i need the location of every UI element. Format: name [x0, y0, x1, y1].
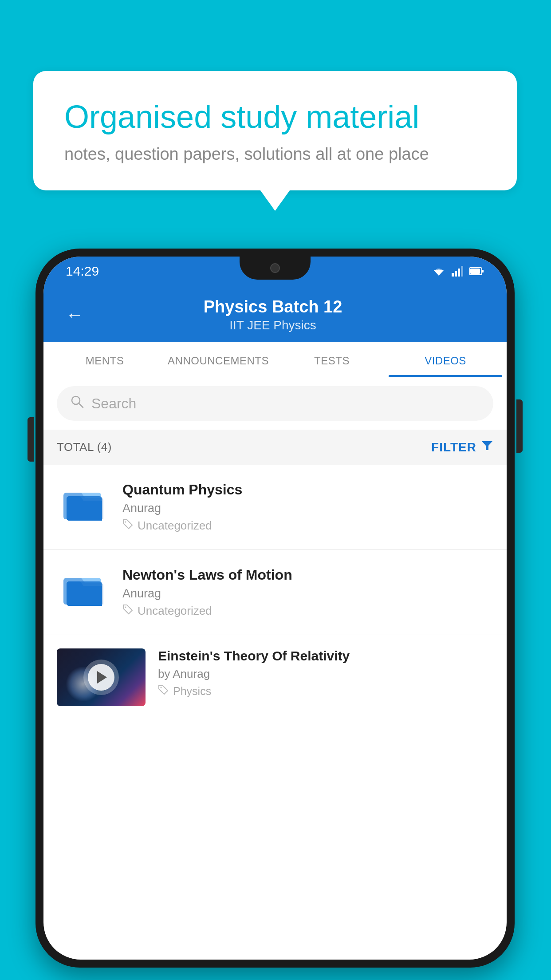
svg-rect-4 [455, 271, 457, 277]
video-list: Quantum Physics Anurag Uncategorized [43, 465, 507, 719]
svg-rect-8 [482, 270, 484, 273]
tab-videos[interactable]: VIDEOS [389, 342, 502, 377]
item-title: Einstein's Theory Of Relativity [158, 648, 493, 664]
svg-rect-5 [458, 269, 460, 277]
speech-bubble: Organised study material notes, question… [33, 71, 517, 190]
svg-rect-9 [470, 269, 480, 274]
item-tag-text: Uncategorized [138, 519, 212, 533]
search-bar[interactable]: Search [57, 386, 493, 421]
item-author: by Anurag [158, 667, 493, 681]
filter-label: FILTER [431, 440, 476, 454]
svg-rect-3 [452, 273, 454, 277]
filter-bar: TOTAL (4) FILTER [43, 430, 507, 465]
battery-icon [469, 266, 484, 276]
item-tag: Physics [158, 684, 493, 698]
filter-funnel-icon [481, 439, 493, 455]
svg-rect-6 [461, 266, 463, 277]
status-time: 14:29 [66, 264, 99, 279]
tag-icon [122, 519, 133, 533]
item-info: Einstein's Theory Of Relativity by Anura… [158, 648, 493, 698]
app-bar-subtitle: IIT JEE Physics [97, 318, 449, 332]
tabs-bar: MENTS ANNOUNCEMENTS TESTS VIDEOS [43, 342, 507, 377]
play-triangle-icon [97, 671, 107, 684]
item-thumbnail [57, 567, 110, 611]
search-container: Search [43, 377, 507, 430]
phone-inner: 14:29 [43, 257, 507, 960]
play-button[interactable] [88, 664, 114, 691]
svg-marker-12 [482, 441, 492, 450]
item-tag-text: Physics [173, 685, 211, 698]
svg-point-19 [161, 687, 162, 688]
item-info: Quantum Physics Anurag Uncategorized [122, 482, 493, 533]
item-tag-text: Uncategorized [138, 604, 212, 618]
svg-point-15 [125, 522, 126, 523]
search-placeholder: Search [91, 395, 136, 412]
tag-icon [158, 684, 169, 698]
bubble-subtitle: notes, question papers, solutions all at… [64, 145, 486, 164]
list-item[interactable]: Quantum Physics Anurag Uncategorized [43, 465, 507, 550]
camera-dot [270, 263, 280, 273]
folder-icon [61, 483, 106, 525]
list-item[interactable]: Newton's Laws of Motion Anurag Uncategor… [43, 550, 507, 635]
signal-icon [452, 266, 463, 277]
video-thumbnail-image [57, 648, 146, 706]
item-author: Anurag [122, 502, 493, 515]
item-tag: Uncategorized [122, 519, 493, 533]
item-author: Anurag [122, 587, 493, 601]
speech-bubble-container: Organised study material notes, question… [33, 71, 517, 190]
svg-point-18 [125, 607, 126, 608]
filter-button[interactable]: FILTER [431, 439, 493, 455]
total-count: TOTAL (4) [57, 440, 112, 454]
tab-announcements[interactable]: ANNOUNCEMENTS [161, 342, 275, 377]
tab-ments[interactable]: MENTS [48, 342, 161, 377]
app-bar-title: Physics Batch 12 [97, 297, 449, 316]
app-bar: ← Physics Batch 12 IIT JEE Physics [43, 286, 507, 342]
back-button[interactable]: ← [66, 305, 83, 325]
app-bar-titles: Physics Batch 12 IIT JEE Physics [97, 297, 449, 332]
status-icons [432, 266, 484, 277]
folder-icon [61, 568, 106, 610]
search-icon [70, 394, 84, 413]
tag-icon [122, 604, 133, 618]
phone-notch [240, 257, 311, 280]
phone-outer: 14:29 [35, 249, 515, 968]
item-title: Quantum Physics [122, 482, 493, 498]
tab-tests[interactable]: TESTS [275, 342, 389, 377]
item-thumbnail [57, 482, 110, 526]
svg-line-11 [79, 403, 83, 407]
item-info: Newton's Laws of Motion Anurag Uncategor… [122, 567, 493, 618]
list-item[interactable]: Einstein's Theory Of Relativity by Anura… [43, 635, 507, 719]
item-title: Newton's Laws of Motion [122, 567, 493, 583]
item-tag: Uncategorized [122, 604, 493, 618]
wifi-icon [432, 266, 445, 277]
phone-mockup: 14:29 [35, 249, 515, 968]
bubble-title: Organised study material [64, 98, 486, 136]
